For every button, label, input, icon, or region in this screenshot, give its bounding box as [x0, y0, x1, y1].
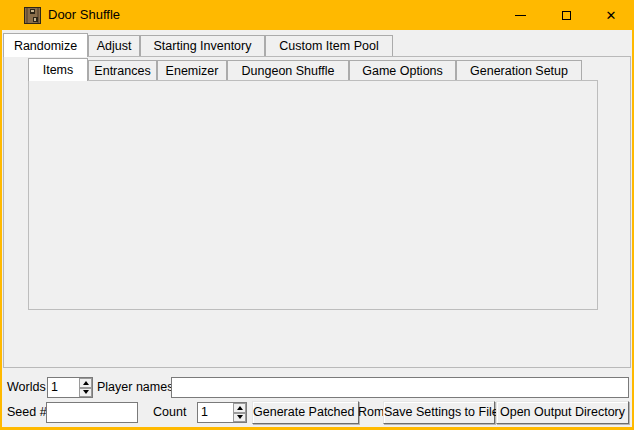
player-names-input[interactable] — [171, 377, 629, 398]
worlds-label: Worlds — [7, 377, 46, 398]
worlds-spinner[interactable]: 1 — [47, 377, 93, 398]
generate-patched-rom-button[interactable]: Generate Patched Rom — [252, 401, 359, 424]
tab-game-options[interactable]: Game Options — [349, 60, 456, 80]
items-panel — [28, 80, 598, 310]
arrow-up-icon — [83, 381, 89, 385]
maximize-button[interactable] — [543, 0, 589, 30]
player-names-label: Player names — [97, 377, 173, 398]
seed-input[interactable] — [46, 402, 138, 423]
tab-starting-inventory[interactable]: Starting Inventory — [140, 35, 265, 56]
arrow-down-icon — [237, 415, 243, 419]
close-icon: ✕ — [606, 9, 617, 22]
arrow-down-icon — [83, 390, 89, 394]
tab-items[interactable]: Items — [28, 58, 88, 81]
tab-generation-setup[interactable]: Generation Setup — [456, 60, 582, 80]
count-value: 1 — [198, 403, 233, 422]
arrow-up-icon — [237, 406, 243, 410]
close-button[interactable]: ✕ — [588, 0, 634, 30]
window-title: Door Shuffle — [48, 0, 120, 30]
tab-enemizer[interactable]: Enemizer — [157, 60, 227, 80]
door-app-icon — [24, 7, 41, 24]
count-label: Count — [153, 402, 186, 423]
tab-randomize[interactable]: Randomize — [3, 33, 88, 57]
count-spin-down-button[interactable] — [233, 413, 246, 423]
seed-label: Seed # — [7, 402, 47, 423]
worlds-spin-down-button[interactable] — [79, 388, 92, 398]
tab-adjust[interactable]: Adjust — [88, 35, 140, 56]
maximize-icon — [562, 11, 571, 20]
tab-custom-item-pool[interactable]: Custom Item Pool — [265, 35, 393, 56]
worlds-spin-up-button[interactable] — [79, 378, 92, 388]
count-spinner[interactable]: 1 — [197, 402, 247, 423]
tab-entrances[interactable]: Entrances — [88, 60, 157, 80]
minimize-icon — [515, 15, 526, 16]
save-settings-button[interactable]: Save Settings to File — [383, 401, 495, 424]
count-spin-up-button[interactable] — [233, 403, 246, 413]
tab-dungeon-shuffle[interactable]: Dungeon Shuffle — [227, 60, 349, 80]
worlds-value: 1 — [48, 378, 79, 397]
door-shuffle-window: Door Shuffle ✕ Randomize Adjust Starting… — [0, 0, 634, 430]
minimize-button[interactable] — [497, 0, 543, 30]
open-output-directory-button[interactable]: Open Output Directory — [496, 401, 629, 424]
titlebar[interactable]: Door Shuffle ✕ — [0, 0, 634, 30]
